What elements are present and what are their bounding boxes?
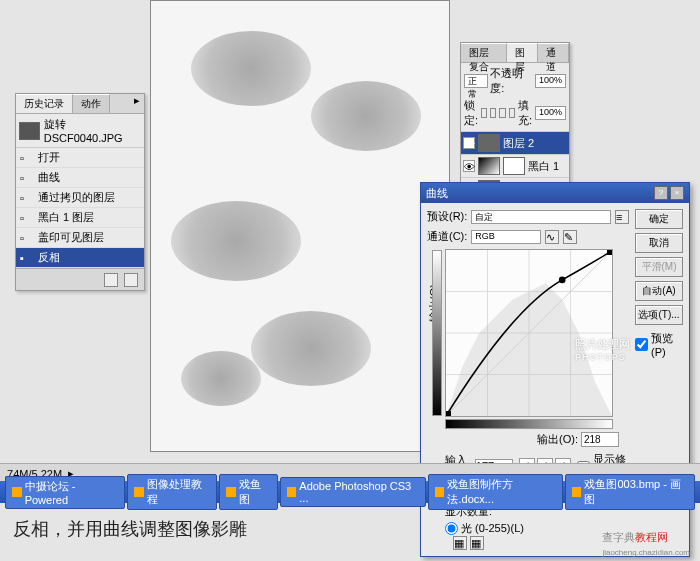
smooth-button[interactable]: 平滑(M): [635, 257, 683, 277]
taskbar-item[interactable]: 戏鱼图制作方法.docx...: [428, 474, 563, 510]
display-light-radio[interactable]: 光 (0-255)(L): [445, 521, 629, 536]
photops-watermark: 照片处理网 PHOTOPS: [575, 335, 630, 362]
doc-icon: ▫: [20, 192, 34, 204]
taskbar-item[interactable]: 戏鱼图003.bmp - 画图: [565, 474, 695, 510]
history-item[interactable]: ▫盖印可见图层: [16, 228, 144, 248]
taskbar-item[interactable]: Adobe Photoshop CS3 ...: [280, 477, 426, 507]
blend-mode-dropdown[interactable]: 正常: [464, 74, 488, 88]
layer-item[interactable]: 👁 图层 2: [461, 132, 569, 155]
auto-button[interactable]: 自动(A): [635, 281, 683, 301]
doc-icon: ▪: [20, 252, 34, 264]
doc-icon: ▫: [20, 152, 34, 164]
folder-icon: [226, 487, 236, 497]
help-button[interactable]: ?: [654, 186, 668, 200]
history-item[interactable]: ▫打开: [16, 148, 144, 168]
history-snapshot[interactable]: 旋转 DSCF0040.JPG: [16, 114, 144, 148]
photoshop-icon: [287, 487, 297, 497]
layer-thumb: [478, 134, 500, 152]
lock-all-icon[interactable]: [509, 108, 515, 118]
taskbar-item[interactable]: 图像处理教程: [127, 474, 217, 510]
curve-path[interactable]: [446, 250, 612, 416]
channel-dropdown[interactable]: RGB: [471, 230, 541, 244]
lock-position-icon[interactable]: [499, 108, 505, 118]
fill-label: 填充:: [518, 98, 532, 128]
word-icon: [435, 487, 445, 497]
tab-layer-comps[interactable]: 图层复合: [461, 43, 507, 62]
taskbar-item[interactable]: 戏鱼图: [219, 474, 277, 510]
opacity-label: 不透明度:: [490, 66, 533, 96]
svg-point-1: [559, 277, 566, 284]
windows-taskbar: 中摄论坛 - Powered 图像处理教程 戏鱼图 Adobe Photosho…: [0, 481, 700, 503]
svg-rect-3: [607, 250, 612, 255]
folder-icon: [134, 487, 144, 497]
mask-thumb: [503, 157, 525, 175]
curve-point-tool[interactable]: ∿: [545, 230, 559, 244]
panel-menu-icon[interactable]: ▸: [130, 94, 144, 113]
preview-checkbox[interactable]: 预览(P): [635, 331, 683, 358]
output-field[interactable]: [581, 432, 619, 447]
opacity-field[interactable]: 100%: [535, 74, 566, 88]
tab-history[interactable]: 历史记录: [16, 94, 73, 113]
close-button[interactable]: ×: [670, 186, 684, 200]
doc-icon: ▫: [20, 212, 34, 224]
preset-label: 预设(R):: [427, 209, 467, 224]
document-canvas[interactable]: [150, 0, 450, 452]
history-item[interactable]: ▫曲线: [16, 168, 144, 188]
curves-graph[interactable]: [445, 249, 613, 417]
fill-field[interactable]: 100%: [535, 106, 566, 120]
browser-icon: [12, 487, 22, 497]
history-item[interactable]: ▫黑白 1 图层: [16, 208, 144, 228]
paint-icon: [572, 487, 582, 497]
site-watermark: 查字典教程网 jiaocheng.chazidian.com: [602, 530, 690, 557]
lock-pixels-icon[interactable]: [490, 108, 496, 118]
svg-line-0: [446, 250, 612, 416]
input-gradient: [445, 419, 613, 429]
snapshot-label: 旋转 DSCF0040.JPG: [44, 117, 141, 144]
cancel-button[interactable]: 取消: [635, 233, 683, 253]
preset-menu-button[interactable]: ≡: [615, 210, 629, 224]
history-item[interactable]: ▫通过拷贝的图层: [16, 188, 144, 208]
tab-channels[interactable]: 通道: [538, 43, 569, 62]
tab-actions[interactable]: 动作: [73, 94, 110, 113]
taskbar-item[interactable]: 中摄论坛 - Powered: [5, 476, 125, 509]
dialog-titlebar[interactable]: 曲线 ? ×: [421, 183, 689, 203]
history-item-selected[interactable]: ▪反相: [16, 248, 144, 268]
layer-name: 图层 2: [503, 136, 534, 151]
delete-state-button[interactable]: [124, 273, 138, 287]
layer-name: 黑白 1: [528, 159, 559, 174]
output-gradient: [432, 250, 442, 416]
layer-item[interactable]: 👁 黑白 1: [461, 155, 569, 178]
options-button[interactable]: 选项(T)...: [635, 305, 683, 325]
dialog-title: 曲线: [426, 186, 448, 201]
output-label-inline: 输出(O):: [537, 432, 578, 447]
snapshot-thumb: [19, 122, 40, 140]
new-snapshot-button[interactable]: [104, 273, 118, 287]
tutorial-caption: 反相，并用曲线调整图像影雕: [13, 517, 247, 541]
grid-large-icon[interactable]: ▦: [470, 536, 484, 550]
doc-icon: ▫: [20, 232, 34, 244]
visibility-icon[interactable]: 👁: [463, 137, 475, 149]
grid-small-icon[interactable]: ▦: [453, 536, 467, 550]
visibility-icon[interactable]: 👁: [463, 160, 475, 172]
svg-rect-2: [446, 411, 451, 416]
lock-label: 锁定:: [464, 98, 478, 128]
doc-icon: ▫: [20, 172, 34, 184]
tab-layers[interactable]: 图层: [507, 43, 538, 62]
lock-transparency-icon[interactable]: [481, 108, 487, 118]
curve-pencil-tool[interactable]: ✎: [563, 230, 577, 244]
history-panel: 历史记录 动作 ▸ 旋转 DSCF0040.JPG ▫打开 ▫曲线 ▫通过拷贝的…: [15, 93, 145, 291]
adjustment-thumb: [478, 157, 500, 175]
ok-button[interactable]: 确定: [635, 209, 683, 229]
preset-dropdown[interactable]: 自定: [471, 210, 611, 224]
channel-label: 通道(C):: [427, 229, 467, 244]
